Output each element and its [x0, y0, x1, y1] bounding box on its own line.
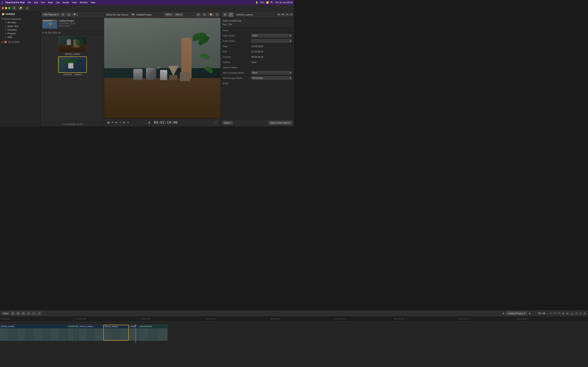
menu-window[interactable]: Window — [80, 1, 88, 4]
info-toggle[interactable]: ℹ — [215, 13, 219, 16]
sidebar: 📁 Untitled ▾ Smart Collections ✦ All Vid… — [0, 11, 41, 126]
view-label: View — [176, 13, 180, 16]
video-roles-dropdown[interactable]: Video ▾ — [251, 34, 292, 37]
download-button[interactable]: ⬇ — [12, 6, 16, 10]
sidebar-item-projects[interactable]: ✦ Projects — [0, 32, 41, 35]
viewer-project[interactable]: Untitled Project — [136, 13, 151, 16]
zoom-button[interactable]: 54% ▾ — [164, 13, 173, 16]
menu-mark[interactable]: Mark — [48, 1, 53, 4]
inspector-tab-clip[interactable]: ⊞ — [222, 13, 227, 17]
event-icon: ▶ — [2, 41, 3, 43]
sidebar-item-audio-only[interactable]: ✦ Audio Only — [0, 24, 41, 28]
video-roles-chevron: ▾ — [290, 34, 291, 37]
project-item[interactable]: ▶▶▶▶▶▶▶▶ 🎬 Untitled Project 31/10/2024, … — [41, 18, 104, 30]
menu-view[interactable]: View — [72, 1, 77, 4]
clip-item-2[interactable]: 191159-8..._medium — [42, 57, 103, 76]
menu-bar:  Final Cut Pro Trial File Edit Trim Mar… — [0, 0, 294, 5]
chevron-down-icon: ▾ — [43, 31, 44, 34]
clip-appearance-button[interactable]: ☰ — [61, 13, 65, 16]
content-area: 📁 Untitled ▾ Smart Collections ✦ All Vid… — [0, 11, 294, 126]
key-button[interactable]: 🔑 — [18, 6, 23, 10]
clip-label-2: 191159-8..._medium — [63, 73, 82, 76]
inspector-tab-info[interactable]: ℹ — [228, 13, 233, 17]
sidebar-item-stills[interactable]: ✦ Stills — [0, 35, 41, 39]
pour-over — [168, 66, 178, 80]
sidebar-item-all-video[interactable]: ✦ All Video — [0, 21, 41, 24]
vt-leaf-2 — [64, 59, 76, 63]
play-button[interactable]: ⏸ — [147, 120, 151, 125]
fullscreen-button[interactable] — [8, 7, 10, 9]
inspector-row-stereoscopic: Stereoscopic Mode Monoscopic ▾ — [221, 75, 294, 81]
sidebar-item-favorites[interactable]: ✦ Favorites — [0, 28, 41, 32]
menu-modify[interactable]: Modify — [63, 1, 69, 4]
library-name[interactable]: Untitled — [6, 13, 15, 16]
pour-cone — [168, 66, 178, 76]
audio-only-label: Audio Only — [8, 25, 18, 27]
apply-label: Apply Custom Name — [270, 122, 289, 124]
clip-item-1[interactable]: 209424_medium — [42, 36, 103, 55]
filter-chevron-icon: ▾ — [57, 13, 58, 16]
menu-clip[interactable]: Clip — [56, 1, 60, 4]
project-name: Untitled Project — [59, 20, 102, 22]
favorites-label: Favorites — [8, 29, 17, 31]
start-value: 11:22:10;24 — [251, 45, 292, 48]
retiming-button[interactable]: ↻ — [122, 120, 126, 125]
all-video-label: All Video — [8, 21, 16, 24]
basic-label: Basic — [224, 122, 229, 124]
apply-chevron-icon: ▾ — [290, 122, 291, 124]
coffee-kettle — [145, 64, 157, 80]
grid-view-button[interactable]: ⊞ — [67, 13, 71, 16]
menu-file[interactable]: File — [27, 1, 31, 4]
close-button[interactable] — [2, 7, 4, 9]
inspector-panel: ⊞ ℹ 209424_medium 00:00:15;19 2560×1440|… — [221, 11, 294, 126]
viewer-format: 1080p HD 24p, Stereo — [106, 13, 128, 16]
search-menubar-icon[interactable]: 🔍 — [270, 1, 273, 4]
basic-button[interactable]: Basic ▾ — [222, 121, 233, 125]
menu-help[interactable]: Help — [91, 1, 95, 4]
color-space-line: Rec. 709 — [223, 23, 292, 26]
check-button[interactable]: ✓ — [25, 6, 29, 10]
inspector-row-audio-roles: Audio Roles ▾ — [221, 38, 294, 44]
smart-collections-header[interactable]: ▾ Smart Collections — [0, 17, 41, 21]
inspector-row-projection: 360° Projection Mode None ▾ — [221, 70, 294, 75]
stereoscopic-dropdown[interactable]: Monoscopic ▾ — [251, 76, 292, 80]
fullscreen-button[interactable]: ⛶ — [214, 120, 218, 125]
transform-button[interactable]: ✏ — [114, 120, 118, 125]
projection-dropdown[interactable]: None ▾ — [251, 71, 292, 75]
minimize-button[interactable] — [5, 7, 7, 9]
clip-thumbnail-1 — [58, 36, 87, 52]
inspector-toggle[interactable]: ⊞ — [196, 13, 200, 16]
audio-roles-dropdown[interactable]: ▾ — [251, 39, 292, 43]
filter-button[interactable]: Hide Rejected ▾ — [42, 13, 60, 16]
inspector-timecode: 00:00:15;19 — [277, 13, 292, 16]
event-label: Event — [223, 82, 251, 85]
vt-plant-1 — [76, 38, 84, 46]
event-label: 31-10-2024 — [8, 41, 20, 43]
battery-icon: 🔋 — [255, 1, 258, 4]
clapper-icon: ▶▶▶▶▶▶▶▶ — [43, 20, 57, 22]
resolution-line: 2560×1440|29.97p — [223, 19, 292, 23]
video-roles-label: Video Roles — [223, 34, 251, 37]
apply-custom-name-button[interactable]: Apply Custom Name ▾ — [268, 121, 292, 125]
app-name-menu[interactable]: Final Cut Pro Trial — [6, 1, 25, 4]
menu-trim[interactable]: Trim — [41, 1, 45, 4]
filter-toggle[interactable]: ⊟ — [202, 13, 207, 16]
search-browser-button[interactable]: 🔍 — [72, 13, 78, 16]
battery-pct: 75% — [260, 1, 264, 4]
inspector-row-event: Event — [221, 81, 294, 86]
smart-collections-label: Smart Collections — [4, 18, 21, 20]
color-toggle[interactable]: 🎨 — [208, 13, 214, 16]
project-info: Untitled Project 31/10/2024, 09:01 00:01… — [59, 20, 102, 27]
inspector-meta: 2560×1440|29.97p Rec. 709 — [221, 18, 294, 28]
projects-icon: ✦ — [5, 33, 7, 35]
crop-button[interactable]: ⊞ — [107, 120, 111, 125]
browser-toolbar: Hide Rejected ▾ ☰ ⊞ 🔍 — [41, 11, 104, 18]
project-date: 31/10/2024, 09:01 — [59, 22, 102, 25]
transform-chevron-icon: ▾ — [120, 121, 121, 124]
left-panels: 📁 Untitled ▾ Smart Collections ✦ All Vid… — [0, 11, 104, 126]
viewer-controls: ⊞ ▾ ✏ ▾ ↻ ▾ ⏸ 00:01:19:06 ⛶ — [104, 118, 221, 126]
menu-edit[interactable]: Edit — [34, 1, 38, 4]
event-item[interactable]: ▶ 31-10-2024 — [0, 40, 41, 44]
retiming-chevron-icon: ▾ — [127, 121, 129, 124]
view-button[interactable]: View ▾ — [174, 13, 183, 16]
